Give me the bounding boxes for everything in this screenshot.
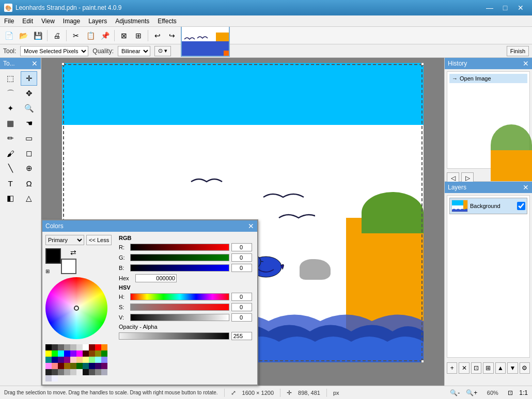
quality-select[interactable]: Bilinear xyxy=(118,46,150,56)
tool-magic-wand[interactable]: ✦ xyxy=(2,101,19,116)
layer-add-button[interactable]: + xyxy=(447,362,457,374)
zoom-actual-button[interactable]: 1:1 xyxy=(519,389,528,396)
palette-color[interactable] xyxy=(89,350,95,357)
palette-color[interactable] xyxy=(101,369,107,375)
palette-color[interactable] xyxy=(83,344,89,350)
save-button[interactable]: 💾 xyxy=(31,29,44,42)
palette-color[interactable] xyxy=(76,357,83,363)
layer-delete-button[interactable]: ✕ xyxy=(459,362,469,374)
palette-color[interactable] xyxy=(70,369,76,375)
tool-move-pixels[interactable]: ✥ xyxy=(21,86,37,101)
menu-edit[interactable]: Edit xyxy=(18,15,37,26)
palette-color[interactable] xyxy=(83,363,89,369)
reset-colors-icon[interactable]: ⊞ xyxy=(45,268,50,274)
palette-color[interactable] xyxy=(89,344,95,350)
palette-color[interactable] xyxy=(101,344,107,350)
menu-file[interactable]: File xyxy=(0,15,18,26)
handle-tl[interactable] xyxy=(62,63,65,66)
palette-color[interactable] xyxy=(83,369,89,375)
finish-button[interactable]: Finish xyxy=(507,46,529,56)
palette-color[interactable] xyxy=(76,369,83,375)
tool-text[interactable]: T xyxy=(2,176,19,190)
copy-button[interactable]: 📋 xyxy=(84,29,97,42)
print-button[interactable]: 🖨 xyxy=(50,29,64,42)
palette-color[interactable] xyxy=(89,369,95,375)
paste-button[interactable]: 📌 xyxy=(98,29,112,42)
palette-color[interactable] xyxy=(95,350,101,357)
palette-color[interactable] xyxy=(52,369,58,375)
palette-color[interactable] xyxy=(45,369,52,375)
green-input[interactable] xyxy=(231,253,252,262)
palette-color[interactable] xyxy=(95,344,101,350)
palette-color[interactable] xyxy=(58,363,64,369)
palette-color[interactable] xyxy=(45,357,52,363)
layer-down-button[interactable]: ▼ xyxy=(507,362,518,374)
red-input[interactable] xyxy=(231,243,252,251)
toolbox-close[interactable]: ✕ xyxy=(32,60,38,67)
less-more-button[interactable]: << Less xyxy=(86,235,112,245)
deselect-button[interactable]: ⊠ xyxy=(117,29,131,42)
tool-paint-bucket[interactable]: ▦ xyxy=(2,116,19,131)
tool-move-selection[interactable]: ✛ xyxy=(21,71,37,86)
palette-color[interactable] xyxy=(64,344,70,350)
layer-duplicate-button[interactable]: ⊡ xyxy=(471,362,481,374)
palette-color[interactable] xyxy=(64,369,70,375)
layer-properties-button[interactable]: ⚙ xyxy=(520,362,530,374)
palette-color[interactable] xyxy=(45,350,52,357)
sat-input[interactable] xyxy=(231,303,252,311)
palette-color[interactable] xyxy=(52,375,58,381)
circle-dropdown[interactable]: ⊙ ▾ xyxy=(154,46,171,56)
zoom-fit-button[interactable]: ⊡ xyxy=(508,389,513,396)
tool-hand[interactable]: ☚ xyxy=(21,116,37,131)
tool-pencil[interactable]: ✏ xyxy=(2,131,19,146)
palette-color[interactable] xyxy=(76,350,83,357)
tool-recolor[interactable]: Ω xyxy=(21,176,37,190)
zoom-out-button[interactable]: 🔍- xyxy=(450,389,460,396)
open-button[interactable]: 📂 xyxy=(17,29,30,42)
palette-color[interactable] xyxy=(89,357,95,363)
tool-eraser[interactable]: ◻ xyxy=(21,146,37,161)
history-close-button[interactable]: ✕ xyxy=(523,60,529,67)
palette-color[interactable] xyxy=(83,357,89,363)
select-all-button[interactable]: ⊞ xyxy=(132,29,145,42)
tool-select[interactable]: Move Selected Pixels xyxy=(20,46,88,56)
close-button[interactable]: ✕ xyxy=(513,2,528,13)
palette-color[interactable] xyxy=(52,363,58,369)
redo-button[interactable]: ↪ xyxy=(165,29,179,42)
tool-lasso[interactable]: ⌒ xyxy=(2,86,19,101)
tool-shape[interactable]: △ xyxy=(21,191,37,205)
palette-color[interactable] xyxy=(95,363,101,369)
layer-item-background[interactable]: Background xyxy=(449,198,527,214)
palette-color[interactable] xyxy=(101,350,107,357)
palette-color[interactable] xyxy=(58,350,64,357)
palette-color[interactable] xyxy=(76,344,83,350)
color-wheel-area[interactable] xyxy=(45,277,107,339)
hue-input[interactable] xyxy=(231,293,252,301)
palette-color[interactable] xyxy=(70,350,76,357)
palette-color[interactable] xyxy=(101,363,107,369)
menu-view[interactable]: View xyxy=(37,15,59,26)
palette-color[interactable] xyxy=(76,363,83,369)
palette-color[interactable] xyxy=(52,350,58,357)
tool-rectangle-select[interactable]: ⬚ xyxy=(2,71,19,86)
undo-button[interactable]: ↩ xyxy=(151,29,164,42)
tool-paintbrush[interactable]: 🖌 xyxy=(2,146,19,161)
minimize-button[interactable]: — xyxy=(482,2,497,13)
zoom-in-button[interactable]: 🔍+ xyxy=(466,389,477,396)
palette-color[interactable] xyxy=(70,344,76,350)
palette-color[interactable] xyxy=(58,369,64,375)
palette-color[interactable] xyxy=(95,369,101,375)
maximize-button[interactable]: □ xyxy=(498,2,512,13)
handle-tr[interactable] xyxy=(421,63,424,66)
palette-color[interactable] xyxy=(83,350,89,357)
menu-image[interactable]: Image xyxy=(59,15,84,26)
color-mode-select[interactable]: Primary Secondary xyxy=(45,235,84,245)
palette-color[interactable] xyxy=(64,357,70,363)
primary-swatch[interactable] xyxy=(45,248,61,264)
opacity-input[interactable] xyxy=(231,332,252,340)
layer-merge-button[interactable]: ⊞ xyxy=(483,362,493,374)
colors-close-button[interactable]: ✕ xyxy=(248,222,254,230)
blue-input[interactable] xyxy=(231,264,252,272)
palette-color[interactable] xyxy=(101,357,107,363)
tool-zoom[interactable]: 🔍 xyxy=(21,101,37,116)
